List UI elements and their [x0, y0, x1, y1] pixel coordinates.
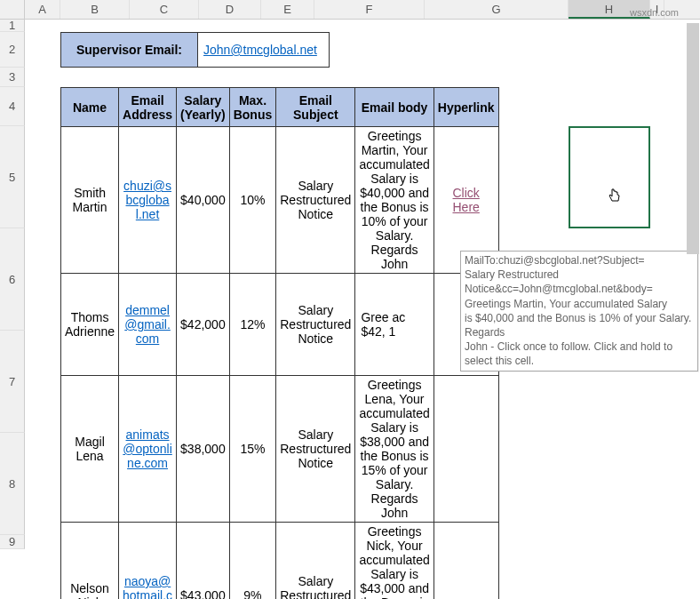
header-email[interactable]: Email Address	[119, 88, 177, 127]
supervisor-email-link[interactable]: John@tmcglobal.net	[203, 43, 317, 57]
email-link[interactable]: animats@optonline.com	[123, 427, 171, 470]
data-table: Name Email Address Salary (Yearly) Max. …	[60, 87, 499, 599]
tooltip-line: is $40,000 and the Bonus is 10% of your …	[465, 312, 691, 324]
header-hyperlink[interactable]: Hyperlink	[434, 88, 498, 127]
cell-body[interactable]: Greetings Martin, Your accumulated Salar…	[355, 127, 434, 274]
cell-salary[interactable]: $43,000	[177, 523, 230, 600]
cell-name[interactable]: Nelson Nick	[61, 523, 119, 600]
hyperlink-tooltip: MailTo:chuzi@sbcglobal.net?Subject= Sala…	[460, 251, 698, 371]
cell-salary[interactable]: $42,000	[177, 274, 230, 376]
tooltip-line: Regards	[465, 326, 505, 339]
email-link[interactable]: naoya@hotmail.com	[123, 574, 172, 599]
table-row: Smith Martin chuzi@sbcglobal.net $40,000…	[61, 127, 499, 274]
cell-bonus[interactable]: 12%	[229, 274, 276, 376]
cell-bonus[interactable]: 15%	[229, 376, 276, 523]
row-8[interactable]: 8	[0, 433, 25, 535]
cell-hyperlink[interactable]	[434, 523, 498, 600]
row-1[interactable]: 1	[0, 20, 25, 32]
row-headers: 1 2 3 4 5 6 7 8 9	[0, 20, 25, 549]
row-4[interactable]: 4	[0, 87, 25, 126]
cell-email[interactable]: demmel@gmail.com	[119, 274, 177, 376]
cell-name[interactable]: Smith Martin	[61, 127, 119, 274]
cell-salary[interactable]: $38,000	[177, 376, 230, 523]
row-9[interactable]: 9	[0, 535, 25, 549]
cell-subject[interactable]: Salary Restructured Notice	[276, 376, 355, 523]
click-here-link[interactable]: Click Here	[452, 186, 479, 214]
table-row: Thoms Adrienne demmel@gmail.com $42,000 …	[61, 274, 499, 376]
email-link[interactable]: demmel@gmail.com	[124, 303, 171, 346]
header-body[interactable]: Email body	[355, 88, 434, 127]
column-headers: A B C D E F G H I	[0, 0, 700, 20]
select-all-corner[interactable]	[0, 0, 25, 19]
cell-body[interactable]: Gree ac $42, 1	[355, 274, 434, 376]
cell-hyperlink[interactable]	[434, 376, 498, 523]
row-3[interactable]: 3	[0, 68, 25, 87]
supervisor-row: Supervisor Email: John@tmcglobal.net	[60, 32, 330, 68]
table-row: Magil Lena animats@optonline.com $38,000…	[61, 376, 499, 523]
cell-email[interactable]: chuzi@sbcglobal.net	[119, 127, 177, 274]
col-E[interactable]: E	[261, 0, 314, 19]
tooltip-line: MailTo:chuzi@sbcglobal.net?Subject=	[465, 254, 645, 267]
cell-salary[interactable]: $40,000	[177, 127, 230, 274]
col-B[interactable]: B	[60, 0, 130, 19]
watermark: wsxdn.com	[630, 7, 679, 18]
cell-email[interactable]: animats@optonline.com	[119, 376, 177, 523]
cell-body[interactable]: Greetings Nick, Your accumulated Salary …	[355, 523, 434, 600]
cell-email[interactable]: naoya@hotmail.com	[119, 523, 177, 600]
col-D[interactable]: D	[199, 0, 261, 19]
col-C[interactable]: C	[130, 0, 199, 19]
cell-selection	[569, 126, 650, 228]
header-salary[interactable]: Salary (Yearly)	[177, 88, 230, 127]
col-A[interactable]: A	[25, 0, 60, 19]
scrollbar-thumb[interactable]	[687, 23, 699, 254]
row-7[interactable]: 7	[0, 331, 25, 433]
cell-bonus[interactable]: 10%	[229, 127, 276, 274]
header-row: Name Email Address Salary (Yearly) Max. …	[61, 88, 499, 127]
header-name[interactable]: Name	[61, 88, 119, 127]
hand-cursor-icon	[608, 188, 622, 207]
tooltip-line: Salary Restructured	[465, 268, 559, 281]
header-subject[interactable]: Email Subject	[276, 88, 355, 127]
col-G[interactable]: G	[425, 0, 569, 19]
header-bonus[interactable]: Max. Bonus	[229, 88, 276, 127]
tooltip-line: John - Click once to follow. Click and h…	[465, 340, 672, 367]
email-link[interactable]: chuzi@sbcglobal.net	[123, 179, 171, 221]
row-5[interactable]: 5	[0, 126, 25, 228]
cell-subject[interactable]: Salary Restructured Notice	[276, 274, 355, 376]
cell-name[interactable]: Thoms Adrienne	[61, 274, 119, 376]
cell-name[interactable]: Magil Lena	[61, 376, 119, 523]
tooltip-line: Greetings Martin, Your accumulated Salar…	[465, 298, 667, 310]
cell-subject[interactable]: Salary Restructured Notice	[276, 523, 355, 600]
row-2[interactable]: 2	[0, 32, 25, 68]
table-row: Nelson Nick naoya@hotmail.com $43,000 9%…	[61, 523, 499, 600]
cell-subject[interactable]: Salary Restructured Notice	[276, 127, 355, 274]
supervisor-label: Supervisor Email:	[60, 32, 198, 68]
cell-bonus[interactable]: 9%	[229, 523, 276, 600]
tooltip-line: Notice&cc=John@tmcglobal.net&body=	[465, 283, 653, 295]
cell-body[interactable]: Greetings Lena, Your accumulated Salary …	[355, 376, 434, 523]
row-6[interactable]: 6	[0, 228, 25, 331]
col-F[interactable]: F	[314, 0, 425, 19]
supervisor-email-cell[interactable]: John@tmcglobal.net	[198, 32, 330, 68]
